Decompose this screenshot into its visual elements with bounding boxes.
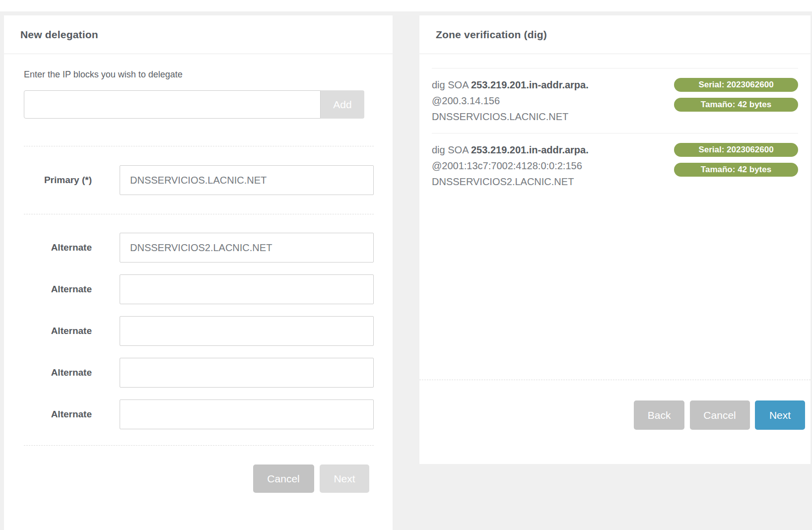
alternate-ns-label: Alternate: [24, 326, 92, 336]
primary-ns-input[interactable]: [120, 165, 374, 195]
primary-ns-row: Primary (*): [24, 165, 374, 195]
dig-server-name: DNSSERVICIOS.LACNIC.NET: [432, 111, 568, 122]
alternate-ns-input-3[interactable]: [120, 316, 374, 346]
alternate-ns-row-5: Alternate: [24, 399, 374, 429]
alternate-ns-row-4: Alternate: [24, 358, 374, 388]
alternate-ns-label: Alternate: [24, 242, 92, 253]
size-badge: Tamaño: 42 bytes: [674, 98, 798, 112]
alternate-ns-row-2: Alternate: [24, 274, 374, 304]
dig-server-ip: @200.3.14.156: [432, 95, 500, 106]
add-button[interactable]: Add: [321, 90, 364, 119]
next-button-disabled[interactable]: Next: [320, 464, 369, 493]
dig-zone: 253.219.201.in-addr.arpa.: [471, 79, 589, 90]
serial-badge: Serial: 2023062600: [674, 78, 798, 92]
alternate-ns-label: Alternate: [24, 367, 92, 378]
dig-result-item-2: dig SOA 253.219.201.in-addr.arpa. @2001:…: [432, 133, 798, 198]
alternate-ns-label: Alternate: [24, 409, 92, 420]
serial-badge: Serial: 2023062600: [674, 143, 798, 157]
ip-blocks-input-group: Add: [24, 90, 364, 119]
cancel-button[interactable]: Cancel: [253, 464, 314, 493]
separator: [24, 445, 374, 446]
cancel-button[interactable]: Cancel: [690, 400, 750, 430]
alternate-ns-input-5[interactable]: [120, 399, 374, 429]
separator: [24, 214, 374, 214]
alternate-ns-input-2[interactable]: [120, 274, 374, 304]
ip-blocks-label: Enter the IP blocks you wish to delegate: [24, 69, 374, 80]
new-delegation-panel: New delegation Enter the IP blocks you w…: [4, 15, 393, 530]
zone-verification-header: Zone verification (dig): [419, 15, 811, 54]
zone-verification-footer: Back Cancel Next: [419, 380, 811, 464]
dig-result-item-1: dig SOA 253.219.201.in-addr.arpa. @200.3…: [432, 68, 798, 133]
new-delegation-footer: Cancel Next: [24, 464, 374, 493]
dig-server-name: DNSSERVICIOS2.LACNIC.NET: [432, 176, 574, 187]
top-band: [0, 0, 812, 11]
dig-prefix: dig SOA: [432, 79, 468, 90]
dig-results-list: dig SOA 253.219.201.in-addr.arpa. @200.3…: [432, 68, 798, 198]
separator: [24, 146, 374, 146]
dig-command-text: dig SOA 253.219.201.in-addr.arpa. @200.3…: [432, 77, 674, 125]
back-button[interactable]: Back: [634, 400, 684, 430]
zone-verification-panel: Zone verification (dig) dig SOA 253.219.…: [419, 15, 811, 464]
primary-ns-label: Primary (*): [24, 175, 92, 186]
size-badge: Tamaño: 42 bytes: [674, 163, 798, 177]
dig-server-ip: @2001:13c7:7002:4128:0:0:2:156: [432, 160, 582, 171]
alternate-ns-rows: Alternate Alternate Alternate Alternate …: [24, 233, 374, 429]
dig-badges: Serial: 2023062600 Tamaño: 42 bytes: [674, 77, 798, 118]
new-delegation-header: New delegation: [4, 15, 393, 54]
ip-blocks-input[interactable]: [24, 90, 321, 119]
alternate-ns-row-3: Alternate: [24, 316, 374, 346]
dig-badges: Serial: 2023062600 Tamaño: 42 bytes: [674, 142, 798, 183]
dig-command-text: dig SOA 253.219.201.in-addr.arpa. @2001:…: [432, 142, 674, 190]
new-delegation-title: New delegation: [20, 29, 98, 41]
alternate-ns-input-4[interactable]: [120, 358, 374, 388]
new-delegation-body: Enter the IP blocks you wish to delegate…: [4, 69, 393, 493]
next-button[interactable]: Next: [755, 400, 805, 430]
dig-prefix: dig SOA: [432, 144, 468, 155]
alternate-ns-row-1: Alternate: [24, 233, 374, 263]
alternate-ns-label: Alternate: [24, 284, 92, 295]
alternate-ns-input-1[interactable]: [120, 233, 374, 263]
dig-zone: 253.219.201.in-addr.arpa.: [471, 144, 589, 155]
zone-verification-title: Zone verification (dig): [436, 29, 547, 41]
